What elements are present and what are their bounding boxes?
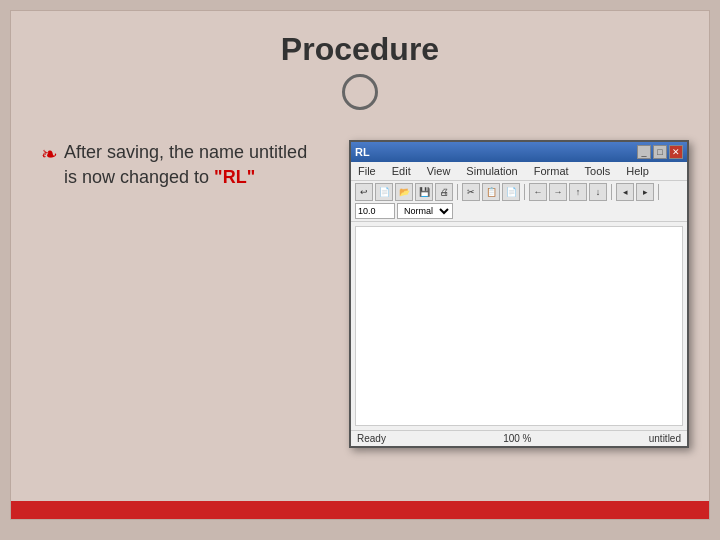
slide-container: Procedure ❧ After saving, the name untit… bbox=[10, 10, 710, 520]
app-window: RL _ □ ✕ File Edit View Simulation Forma… bbox=[349, 140, 689, 448]
status-middle: 100 % bbox=[503, 433, 531, 444]
toolbar-sep4 bbox=[658, 184, 659, 200]
left-panel: ❧ After saving, the name untitled is now… bbox=[31, 130, 329, 509]
close-button[interactable]: ✕ bbox=[669, 145, 683, 159]
style-select[interactable]: Normal bbox=[397, 203, 453, 219]
main-canvas bbox=[355, 226, 683, 426]
bullet-text: After saving, the name untitled is now c… bbox=[64, 140, 319, 190]
content-area: ❧ After saving, the name untitled is now… bbox=[11, 120, 709, 519]
menu-tools[interactable]: Tools bbox=[582, 164, 614, 178]
window-controls: _ □ ✕ bbox=[637, 145, 683, 159]
title-area: Procedure bbox=[11, 11, 709, 120]
menu-simulation[interactable]: Simulation bbox=[463, 164, 520, 178]
toolbar-left[interactable]: ← bbox=[529, 183, 547, 201]
toolbar-sep1 bbox=[457, 184, 458, 200]
toolbar-save[interactable]: 💾 bbox=[415, 183, 433, 201]
menu-help[interactable]: Help bbox=[623, 164, 652, 178]
toolbar-next[interactable]: ▸ bbox=[636, 183, 654, 201]
menubar: File Edit View Simulation Format Tools H… bbox=[351, 162, 687, 181]
slide-title: Procedure bbox=[281, 31, 439, 67]
bullet-icon: ❧ bbox=[41, 142, 58, 166]
toolbar-paste[interactable]: 📄 bbox=[502, 183, 520, 201]
toolbar-copy[interactable]: 📋 bbox=[482, 183, 500, 201]
window-titlebar: RL _ □ ✕ bbox=[351, 142, 687, 162]
maximize-button[interactable]: □ bbox=[653, 145, 667, 159]
toolbar-new[interactable]: 📄 bbox=[375, 183, 393, 201]
menu-view[interactable]: View bbox=[424, 164, 454, 178]
toolbar-prev[interactable]: ◂ bbox=[616, 183, 634, 201]
statusbar: Ready 100 % untitled bbox=[351, 430, 687, 446]
menu-file[interactable]: File bbox=[355, 164, 379, 178]
toolbar: ↩ 📄 📂 💾 🖨 ✂ 📋 📄 ← → ↑ ↓ ◂ ▸ bbox=[351, 181, 687, 222]
toolbar-print[interactable]: 🖨 bbox=[435, 183, 453, 201]
status-right: untitled bbox=[649, 433, 681, 444]
right-panel: RL _ □ ✕ File Edit View Simulation Forma… bbox=[349, 130, 689, 509]
menu-edit[interactable]: Edit bbox=[389, 164, 414, 178]
toolbar-open[interactable]: 📂 bbox=[395, 183, 413, 201]
bullet-text-before: After saving, the name untitled is now c… bbox=[64, 142, 307, 187]
window-title: RL bbox=[355, 146, 370, 158]
toolbar-undo[interactable]: ↩ bbox=[355, 183, 373, 201]
toolbar-right[interactable]: → bbox=[549, 183, 567, 201]
menu-format[interactable]: Format bbox=[531, 164, 572, 178]
toolbar-sep3 bbox=[611, 184, 612, 200]
circle-decoration bbox=[342, 74, 378, 110]
red-footer bbox=[11, 501, 709, 519]
toolbar-sep2 bbox=[524, 184, 525, 200]
bullet-item: ❧ After saving, the name untitled is now… bbox=[41, 140, 319, 190]
minimize-button[interactable]: _ bbox=[637, 145, 651, 159]
toolbar-cut[interactable]: ✂ bbox=[462, 183, 480, 201]
toolbar-down[interactable]: ↓ bbox=[589, 183, 607, 201]
bullet-highlight: "RL" bbox=[214, 167, 255, 187]
status-left: Ready bbox=[357, 433, 386, 444]
toolbar-up[interactable]: ↑ bbox=[569, 183, 587, 201]
zoom-input[interactable] bbox=[355, 203, 395, 219]
